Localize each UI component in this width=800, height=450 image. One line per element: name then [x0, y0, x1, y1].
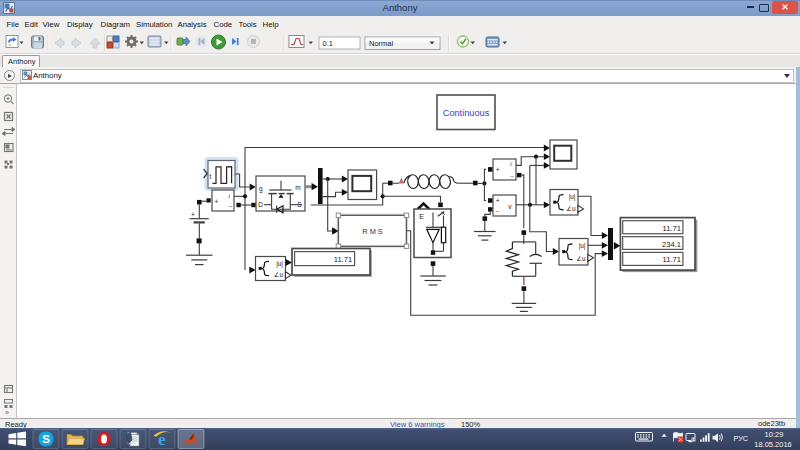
svg-text:РУС: РУС: [734, 434, 749, 443]
svg-text:i: i: [510, 160, 511, 167]
svg-text:+: +: [496, 197, 500, 204]
svg-text:∠u: ∠u: [566, 205, 576, 212]
svg-text:S: S: [297, 201, 302, 208]
svg-text:D: D: [258, 201, 263, 208]
svg-text:+: +: [496, 166, 500, 173]
svg-text:t: t: [210, 173, 212, 180]
svg-text:|u|: |u|: [276, 260, 283, 268]
svg-text:|u|: |u|: [579, 242, 586, 250]
svg-text:E: E: [419, 213, 424, 220]
svg-text:g: g: [259, 185, 263, 193]
svg-text:R M S: R M S: [362, 227, 383, 236]
svg-text:10:29: 10:29: [765, 430, 784, 439]
svg-text:S: S: [42, 433, 50, 445]
svg-text:11.71: 11.71: [663, 224, 681, 233]
svg-text:234.1: 234.1: [662, 240, 681, 249]
svg-text:+: +: [191, 211, 195, 218]
svg-text:11.71: 11.71: [663, 255, 681, 264]
svg-text:|u|: |u|: [569, 193, 576, 201]
svg-text:i: i: [229, 192, 230, 199]
svg-text:∠u: ∠u: [274, 271, 284, 278]
svg-text:11.71: 11.71: [334, 255, 352, 264]
svg-text:Continuous: Continuous: [443, 108, 490, 118]
svg-text:∠u: ∠u: [576, 255, 586, 262]
svg-text:+: +: [215, 198, 219, 205]
svg-text:18.05.2016: 18.05.2016: [754, 440, 792, 449]
svg-text:m: m: [295, 184, 300, 191]
